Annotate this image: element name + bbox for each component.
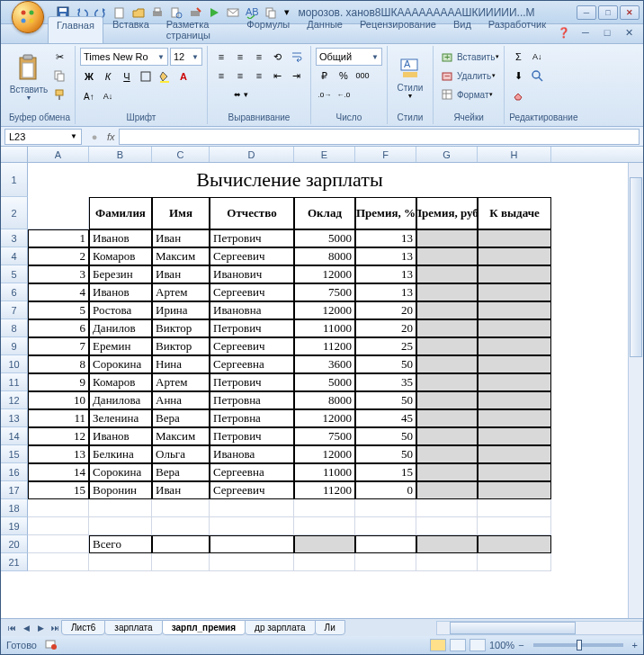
cell[interactable]: 11000 xyxy=(294,319,355,337)
cell[interactable] xyxy=(152,517,210,535)
cell[interactable] xyxy=(478,265,551,283)
minimize-button[interactable]: ─ xyxy=(577,5,596,20)
cell[interactable] xyxy=(355,535,416,553)
increase-decimal-icon[interactable]: .0→ xyxy=(316,85,334,103)
cell[interactable]: 6 xyxy=(28,319,89,337)
tab-nav-first[interactable]: ⏮ xyxy=(4,621,19,635)
cell[interactable]: Вычисление зарплаты xyxy=(28,163,551,197)
cell[interactable]: 13 xyxy=(355,283,416,301)
row-header[interactable]: 6 xyxy=(1,283,28,301)
cell[interactable]: 5000 xyxy=(294,229,355,247)
cell[interactable]: 13 xyxy=(355,229,416,247)
zoom-in-button[interactable]: + xyxy=(632,640,638,651)
cell[interactable]: 14 xyxy=(28,463,89,481)
cell[interactable]: 13 xyxy=(355,247,416,265)
cell[interactable]: Виктор xyxy=(152,319,210,337)
cell[interactable]: 8 xyxy=(28,355,89,373)
sheet-tab[interactable]: зарплата xyxy=(104,620,162,635)
cell[interactable] xyxy=(416,247,478,265)
cell[interactable] xyxy=(294,553,355,571)
insert-label[interactable]: Вставить xyxy=(457,52,495,62)
align-center-icon[interactable]: ≡ xyxy=(231,67,249,85)
cell[interactable]: 50 xyxy=(355,391,416,409)
cell[interactable]: Иванович xyxy=(210,265,294,283)
cell[interactable]: 7500 xyxy=(294,283,355,301)
cell[interactable] xyxy=(28,553,89,571)
cell[interactable]: 1 xyxy=(28,229,89,247)
row-header[interactable]: 14 xyxy=(1,427,28,445)
row-header[interactable]: 5 xyxy=(1,265,28,283)
cell[interactable] xyxy=(416,373,478,391)
cell[interactable] xyxy=(478,373,551,391)
cell[interactable] xyxy=(416,481,478,499)
sheet-tab[interactable]: Лист6 xyxy=(61,620,105,635)
cell[interactable] xyxy=(28,517,89,535)
column-header[interactable]: E xyxy=(294,147,355,162)
cell[interactable]: 12 xyxy=(28,427,89,445)
clear-icon[interactable] xyxy=(509,85,527,103)
bold-icon[interactable]: Ж xyxy=(80,67,98,85)
percent-icon[interactable]: % xyxy=(335,67,353,85)
page-break-view-button[interactable] xyxy=(470,639,486,651)
cell[interactable]: Петрович xyxy=(210,373,294,391)
cell[interactable] xyxy=(28,499,89,517)
close-button[interactable]: ✕ xyxy=(620,5,640,20)
cell[interactable]: 3600 xyxy=(294,355,355,373)
cell[interactable] xyxy=(478,535,551,553)
align-middle-icon[interactable]: ≡ xyxy=(231,48,249,66)
cell[interactable]: Сорокина xyxy=(89,355,152,373)
cell[interactable]: Сергеевна xyxy=(210,463,294,481)
cell[interactable] xyxy=(416,391,478,409)
cell[interactable]: 8000 xyxy=(294,247,355,265)
cell[interactable] xyxy=(416,283,478,301)
row-header[interactable]: 21 xyxy=(1,553,28,571)
cell[interactable]: Воронин xyxy=(89,481,152,499)
column-header[interactable]: C xyxy=(152,147,210,162)
decrease-decimal-icon[interactable]: ←.0 xyxy=(335,85,353,103)
cell[interactable]: 10 xyxy=(28,391,89,409)
comma-icon[interactable]: 000 xyxy=(353,67,371,85)
cell[interactable]: Иванов xyxy=(89,427,152,445)
cell[interactable]: Иван xyxy=(152,481,210,499)
cell[interactable] xyxy=(152,535,210,553)
worksheet-grid[interactable]: ABCDEFGH 1Вычисление зарплаты2ФамилияИмя… xyxy=(1,147,643,618)
doc-restore-button[interactable]: □ xyxy=(598,23,616,41)
cell[interactable]: Иван xyxy=(152,265,210,283)
cell[interactable]: 7 xyxy=(28,337,89,355)
cell[interactable]: Петрович xyxy=(210,229,294,247)
align-left-icon[interactable]: ≡ xyxy=(212,67,230,85)
cut-icon[interactable]: ✂ xyxy=(50,48,68,66)
font-color-icon[interactable]: A xyxy=(174,67,192,85)
grow-font-icon[interactable]: A↑ xyxy=(80,87,98,105)
cell[interactable] xyxy=(416,553,478,571)
cell[interactable]: 5000 xyxy=(294,373,355,391)
row-header[interactable]: 10 xyxy=(1,355,28,373)
row-header[interactable]: 17 xyxy=(1,481,28,499)
increase-indent-icon[interactable]: ⇥ xyxy=(288,67,306,85)
cell[interactable] xyxy=(478,409,551,427)
delete-cells-icon[interactable]: − xyxy=(438,67,456,85)
row-header[interactable]: 12 xyxy=(1,391,28,409)
cell[interactable]: Иванов xyxy=(89,283,152,301)
cell[interactable]: 45 xyxy=(355,409,416,427)
cell[interactable] xyxy=(28,197,89,229)
cancel-formula-icon[interactable]: ● xyxy=(85,128,103,146)
underline-icon[interactable]: Ч xyxy=(118,67,136,85)
cell[interactable]: 15 xyxy=(28,481,89,499)
find-icon[interactable] xyxy=(528,67,546,85)
zoom-level[interactable]: 100% xyxy=(489,640,514,651)
cell[interactable]: Сергеевич xyxy=(210,247,294,265)
ribbon-tab[interactable]: Вид xyxy=(445,16,479,43)
row-header[interactable]: 8 xyxy=(1,319,28,337)
wrap-text-icon[interactable] xyxy=(288,48,306,66)
cell[interactable]: 50 xyxy=(355,445,416,463)
cell[interactable] xyxy=(416,517,478,535)
cell[interactable]: Комаров xyxy=(89,373,152,391)
cell[interactable]: 11200 xyxy=(294,481,355,499)
cell[interactable] xyxy=(478,463,551,481)
cell[interactable] xyxy=(416,409,478,427)
cell[interactable] xyxy=(152,499,210,517)
cell[interactable] xyxy=(478,517,551,535)
cell[interactable]: Премия, % xyxy=(355,197,416,229)
cell[interactable] xyxy=(355,553,416,571)
